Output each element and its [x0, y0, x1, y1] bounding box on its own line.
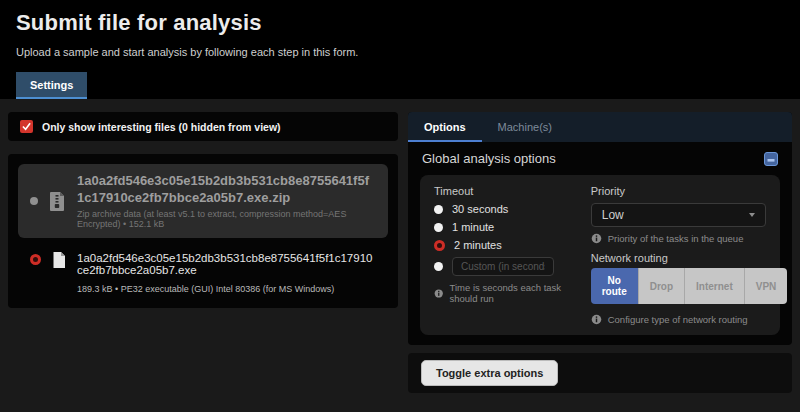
info-icon [591, 233, 602, 244]
exe-file-radio-selected[interactable] [30, 254, 41, 265]
network-routing-group: No route Drop Internet VPN [591, 268, 766, 304]
options-column: Options Machine(s) Global analysis optio… [408, 112, 792, 412]
options-panel: Options Machine(s) Global analysis optio… [408, 112, 792, 345]
extra-options-section: Toggle extra options [408, 353, 792, 393]
route-no-route-button[interactable]: No route [591, 268, 639, 304]
interesting-files-checkbox[interactable] [20, 120, 33, 133]
top-tab-bar: Settings [16, 72, 784, 99]
dash-square-icon[interactable] [764, 152, 778, 166]
timeout-option-2m-label: 2 minutes [454, 239, 502, 251]
zip-file-radio[interactable] [30, 197, 38, 205]
timeout-option-30s-label: 30 seconds [452, 203, 508, 215]
check-icon [22, 122, 31, 131]
info-icon [434, 288, 444, 299]
options-tab-bar: Options Machine(s) [408, 112, 792, 142]
page-subtitle: Upload a sample and start analysis by fo… [16, 46, 784, 58]
timeout-option-30s[interactable]: 30 seconds [434, 203, 587, 215]
priority-hint-text: Priority of the tasks in the queue [608, 233, 744, 244]
zip-file-details: Zip archive data (at least v5.1 to extra… [77, 209, 376, 229]
priority-selected-value: Low [602, 208, 624, 222]
radio-1-minute[interactable] [434, 223, 443, 232]
files-column: Only show interesting files (0 hidden fr… [8, 112, 398, 412]
main-content: Only show interesting files (0 hidden fr… [0, 99, 800, 412]
radio-custom[interactable] [434, 262, 443, 271]
timeout-option-2m[interactable]: 2 minutes [434, 239, 587, 251]
route-internet-button[interactable]: Internet [685, 268, 745, 304]
radio-2-minutes-selected[interactable] [434, 240, 445, 251]
tab-options[interactable]: Options [408, 112, 482, 142]
priority-section: Priority Low Priority of the tasks in th… [587, 185, 766, 325]
route-drop-button[interactable]: Drop [639, 268, 685, 304]
timeout-hint: Time is seconds each task should run [434, 282, 587, 304]
chevron-down-icon [749, 213, 755, 217]
zip-file-name: 1a0a2fd546e3c05e15b2db3b531cb8e8755641f5… [77, 173, 376, 206]
file-row-zip[interactable]: 1a0a2fd546e3c05e15b2db3b531cb8e8755641f5… [18, 164, 388, 238]
priority-select[interactable]: Low [591, 203, 766, 227]
info-icon [591, 314, 602, 325]
radio-30-seconds[interactable] [434, 205, 443, 214]
exe-file-name: 1a0a2fd546e3c05e15b2db3b531cb8e8755641f5… [77, 252, 376, 276]
file-row-exe[interactable]: 1a0a2fd546e3c05e15b2db3b531cb8e8755641f5… [18, 238, 388, 298]
network-routing-label: Network routing [591, 252, 766, 264]
zip-file-icon [49, 191, 66, 212]
global-options-header: Global analysis options [408, 142, 792, 173]
page-header: Submit file for analysis Upload a sample… [0, 0, 800, 99]
tab-settings[interactable]: Settings [16, 72, 87, 99]
custom-timeout-input[interactable] [452, 257, 554, 276]
timeout-option-custom[interactable] [434, 257, 587, 276]
route-vpn-button[interactable]: VPN [745, 268, 788, 304]
global-options-title: Global analysis options [422, 151, 556, 166]
routing-hint: Configure type of network routing [591, 314, 766, 325]
file-icon [52, 251, 66, 269]
exe-file-details: 189.3 kB • PE32 executable (GUI) Intel 8… [77, 284, 376, 294]
interesting-files-filter: Only show interesting files (0 hidden fr… [8, 112, 398, 141]
tab-machines[interactable]: Machine(s) [482, 112, 568, 142]
exe-file-text: 1a0a2fd546e3c05e15b2db3b531cb8e8755641f5… [77, 250, 376, 294]
timeout-option-1m-label: 1 minute [452, 221, 494, 233]
global-options-card: Timeout 30 seconds 1 minute 2 minutes [420, 175, 780, 335]
priority-label: Priority [591, 185, 766, 197]
timeout-hint-text: Time is seconds each task should run [450, 282, 587, 304]
timeout-label: Timeout [434, 185, 587, 197]
routing-hint-text: Configure type of network routing [608, 314, 748, 325]
priority-hint: Priority of the tasks in the queue [591, 233, 766, 244]
file-list-panel: 1a0a2fd546e3c05e15b2db3b531cb8e8755641f5… [8, 154, 398, 308]
interesting-files-label: Only show interesting files (0 hidden fr… [42, 121, 281, 133]
zip-file-text: 1a0a2fd546e3c05e15b2db3b531cb8e8755641f5… [77, 173, 376, 229]
timeout-option-1m[interactable]: 1 minute [434, 221, 587, 233]
page-title: Submit file for analysis [16, 10, 784, 36]
toggle-extra-options-button[interactable]: Toggle extra options [421, 360, 558, 386]
timeout-section: Timeout 30 seconds 1 minute 2 minutes [434, 185, 587, 325]
